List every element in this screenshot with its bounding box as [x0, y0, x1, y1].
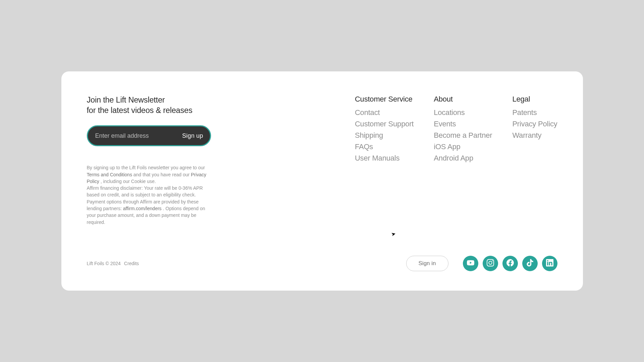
- link-ios-app[interactable]: iOS App: [434, 142, 492, 151]
- social-instagram[interactable]: [483, 256, 498, 271]
- col-title-about: About: [434, 95, 492, 104]
- social-linkedin[interactable]: [542, 256, 557, 271]
- col-about: About Locations Events Become a Partner …: [434, 95, 492, 226]
- newsletter-pane: Join the Lift Newsletter for the latest …: [87, 95, 251, 226]
- instagram-icon: [487, 259, 494, 267]
- col-title-customer-service: Customer Service: [355, 95, 414, 104]
- signup-button[interactable]: Sign up: [178, 132, 203, 139]
- footer-bottom-row: Lift Foils © 2024 Credits Sign in: [87, 256, 557, 271]
- link-warranty[interactable]: Warranty: [512, 131, 557, 140]
- link-patents[interactable]: Patents: [512, 108, 557, 117]
- terms-link[interactable]: Terms and Conditions: [87, 172, 132, 177]
- tiktok-icon: [526, 259, 534, 267]
- footer-card: Join the Lift Newsletter for the latest …: [61, 71, 583, 291]
- social-youtube[interactable]: [463, 256, 478, 271]
- affirm-lenders-link[interactable]: affirm.com/lenders: [123, 206, 162, 211]
- facebook-icon: [506, 259, 514, 267]
- disclaimer-mid1: and that you have read our: [133, 172, 191, 177]
- link-customer-support[interactable]: Customer Support: [355, 120, 414, 128]
- social-tiktok[interactable]: [522, 256, 538, 271]
- disclaimer-mid2: , including our Cookie use.: [101, 179, 156, 184]
- email-input[interactable]: [95, 132, 178, 139]
- newsletter-heading: Join the Lift Newsletter for the latest …: [87, 95, 251, 115]
- col-legal: Legal Patents Privacy Policy Warranty: [512, 95, 557, 226]
- link-shipping[interactable]: Shipping: [355, 131, 414, 140]
- footer-link-columns: Customer Service Contact Customer Suppor…: [355, 95, 557, 226]
- linkedin-icon: [546, 259, 553, 267]
- link-privacy-policy[interactable]: Privacy Policy: [512, 120, 557, 128]
- signin-button[interactable]: Sign in: [406, 256, 448, 271]
- link-contact[interactable]: Contact: [355, 108, 414, 117]
- newsletter-form: Sign up: [87, 125, 211, 146]
- social-facebook[interactable]: [502, 256, 518, 271]
- newsletter-heading-line1: Join the Lift Newsletter: [87, 96, 165, 104]
- bottom-right-group: Sign in: [406, 256, 557, 271]
- link-faqs[interactable]: FAQs: [355, 142, 414, 151]
- col-title-legal: Legal: [512, 95, 557, 104]
- link-user-manuals[interactable]: User Manuals: [355, 154, 414, 163]
- link-become-partner[interactable]: Become a Partner: [434, 131, 492, 140]
- disclaimer-prefix: By signing up to the Lift Foils newslett…: [87, 165, 205, 170]
- youtube-icon: [467, 259, 474, 267]
- link-events[interactable]: Events: [434, 120, 492, 128]
- copyright: Lift Foils © 2024 Credits: [87, 261, 139, 266]
- col-customer-service: Customer Service Contact Customer Suppor…: [355, 95, 414, 226]
- newsletter-heading-line2: for the latest videos & releases: [87, 106, 193, 115]
- link-android-app[interactable]: Android App: [434, 154, 492, 163]
- footer-top-row: Join the Lift Newsletter for the latest …: [87, 95, 557, 226]
- disclaimer-text: By signing up to the Lift Foils newslett…: [87, 164, 211, 226]
- copyright-text: Lift Foils © 2024: [87, 261, 121, 266]
- credits-link[interactable]: Credits: [124, 261, 139, 266]
- link-locations[interactable]: Locations: [434, 108, 492, 117]
